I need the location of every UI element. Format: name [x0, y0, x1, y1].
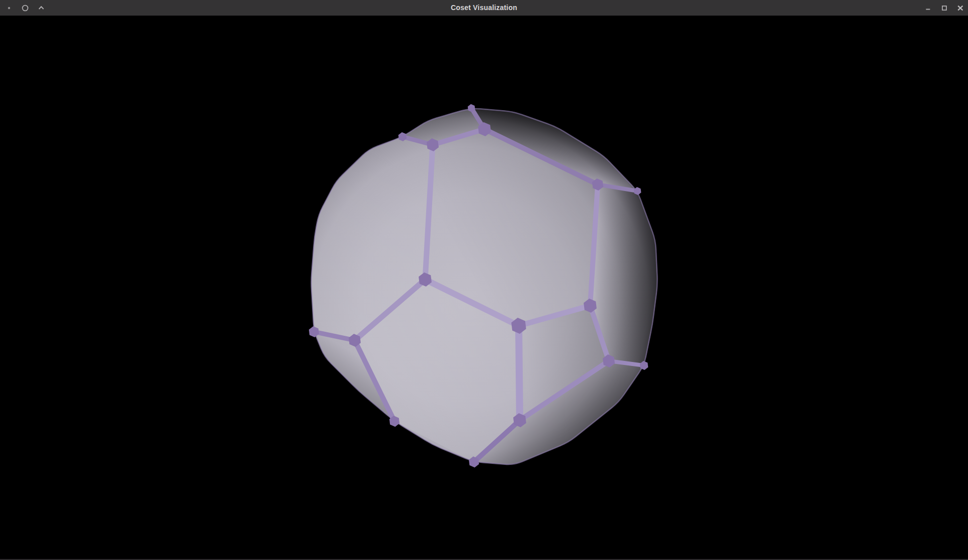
dot-icon[interactable]: [5, 4, 13, 12]
circle-icon[interactable]: [21, 4, 29, 12]
minimize-icon[interactable]: [924, 4, 932, 12]
titlebar-left-controls: [5, 0, 45, 16]
visualization-canvas[interactable]: [0, 0, 968, 560]
window-title: Coset Visualization: [451, 0, 517, 16]
close-icon[interactable]: [956, 4, 964, 12]
titlebar: Coset Visualization: [0, 0, 968, 16]
app-window: Coset Visualization: [0, 0, 968, 560]
titlebar-right-controls: [924, 0, 964, 16]
polyhedron-edge: [519, 326, 520, 420]
chevron-up-icon[interactable]: [37, 4, 45, 12]
maximize-icon[interactable]: [940, 4, 948, 12]
